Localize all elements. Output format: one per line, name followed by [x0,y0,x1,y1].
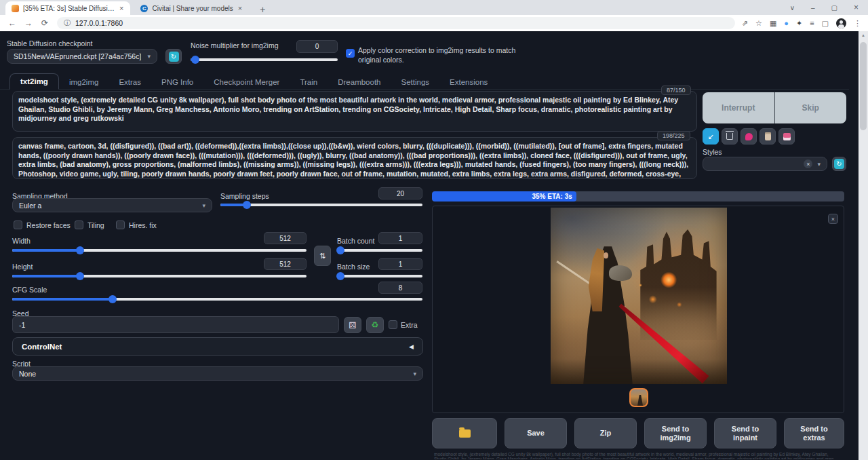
scroll-up-icon[interactable]: ▲ [859,31,868,37]
clear-prompt-button[interactable] [722,128,738,145]
tab-search-icon[interactable]: ∨ [790,4,795,12]
browser-tab-active[interactable]: [35% ETA: 3s] Stable Diffusion × [5,1,130,15]
save-button[interactable]: Save [505,418,567,448]
slider-track[interactable] [337,249,422,252]
site-info-icon[interactable]: ⓘ [64,18,71,28]
kebab-menu-icon[interactable]: ⋮ [854,19,861,28]
tab-extensions[interactable]: Extensions [439,75,498,90]
tab-png-info[interactable]: PNG Info [151,75,203,90]
tab-dreambooth[interactable]: Dreambooth [328,75,391,90]
height-value[interactable]: 512 [264,258,307,270]
sampling-method-dropdown[interactable]: Euler a ▾ [12,198,212,212]
negative-prompt-textarea[interactable]: canvas frame, cartoon, 3d, ((disfigured)… [12,137,697,179]
progress-bar: 35% ETA: 3s [432,191,844,202]
script-dropdown[interactable]: None ▾ [12,366,423,381]
slider-handle[interactable] [76,272,84,280]
sampling-steps-value[interactable]: 20 [378,187,422,199]
browser-tab-civitai[interactable]: C Civitai | Share your models × [134,1,249,15]
cfg-scale-slider[interactable] [12,295,422,303]
save-style-button[interactable] [778,128,795,145]
reuse-seed-button[interactable]: ♻ [366,317,384,333]
styles-dropdown[interactable]: × ▾ [703,157,827,171]
slider-handle[interactable] [243,201,251,209]
prompt-textarea[interactable]: modelshoot style, (extremely detailed CG… [12,91,697,132]
height-slider[interactable] [12,272,307,280]
back-icon[interactable]: ← [4,18,20,28]
extra-seed-label: Extra [401,321,418,329]
slider-handle[interactable] [108,295,117,303]
restore-button[interactable]: ▢ [831,4,837,12]
extra-networks-button[interactable] [741,128,757,145]
extension-grid-icon[interactable]: ▦ [770,19,776,28]
new-tab-button[interactable]: + [256,4,269,15]
gallery-thumbnail-selected[interactable] [629,388,648,407]
seed-input[interactable]: -1 [12,316,339,333]
window-close-button[interactable]: × [854,3,859,12]
noise-multiplier-value[interactable]: 0 [296,40,338,53]
controlnet-accordion[interactable]: ControlNet ◀ [12,337,423,356]
width-value[interactable]: 512 [264,232,307,244]
tab-close-icon[interactable]: × [119,4,124,12]
send-to-inpaint-button[interactable]: Send to inpaint [714,418,776,448]
reading-list-icon[interactable]: ≡ [810,19,814,27]
open-folder-button[interactable] [432,418,497,448]
slider-handle[interactable] [191,56,199,64]
interrupt-button[interactable]: Interrupt [703,92,774,123]
zip-button[interactable]: Zip [574,418,637,448]
random-seed-button[interactable]: ⚄ [344,317,361,333]
slider-handle[interactable] [336,272,344,280]
noise-multiplier-slider[interactable] [191,56,338,64]
forward-icon[interactable]: → [20,18,37,28]
swap-dimensions-button[interactable]: ⇅ [314,246,331,266]
extension-blue-icon[interactable]: ● [784,19,789,27]
send-to-img2img-button[interactable]: Send to img2img [644,418,707,448]
url-bar[interactable]: ⓘ 127.0.0.1:7860 [57,17,735,29]
tab-extras[interactable]: Extras [108,75,151,90]
send-to-extras-button[interactable]: Send to extras [784,418,844,448]
batch-count-slider[interactable] [337,246,422,254]
width-slider[interactable] [12,246,307,254]
generated-image-preview[interactable] [551,208,727,384]
reload-icon[interactable]: ⟳ [37,18,53,28]
paste-params-button[interactable]: ↙ [703,128,719,145]
clipboard-icon [765,132,771,140]
checkpoint-dropdown[interactable]: SD15NewVAEpruned.ckpt [27a4ac756c] ▾ [7,49,157,64]
extra-seed-checkbox[interactable] [389,320,397,329]
skip-button[interactable]: Skip [774,92,847,123]
side-panel-icon[interactable]: ▢ [822,19,829,28]
page-scrollbar[interactable]: ▲ [859,31,868,460]
bookmark-star-icon[interactable]: ☆ [755,19,762,28]
slider-track[interactable] [191,58,338,61]
extensions-puzzle-icon[interactable]: ✦ [796,19,802,28]
batch-size-value[interactable]: 1 [378,258,422,270]
profile-avatar[interactable] [836,18,846,28]
hires-fix-checkbox[interactable] [116,221,125,229]
clear-icon[interactable]: × [804,159,812,168]
tab-close-icon[interactable]: × [237,4,243,12]
checkpoint-refresh-button[interactable]: ↻ [165,49,182,64]
restore-faces-checkbox[interactable] [14,221,22,229]
slider-handle[interactable] [336,246,344,254]
cfg-scale-value[interactable]: 8 [378,282,422,294]
minimize-button[interactable]: – [811,4,815,12]
slider-handle[interactable] [76,246,84,254]
tab-img2img[interactable]: img2img [59,75,108,90]
browser-toolbar: ← → ⟳ ⓘ 127.0.0.1:7860 ⇗ ☆ ▦ ● ✦ ≡ ▢ ⋮ [0,15,868,31]
color-correction-checkbox[interactable]: ✓ [346,49,355,58]
close-preview-button[interactable]: × [828,214,838,224]
tab-train[interactable]: Train [290,75,328,90]
sampling-method-value: Euler a [19,202,41,210]
sampling-steps-slider[interactable] [220,201,422,209]
slider-track[interactable] [337,275,422,277]
tab-checkpoint-merger[interactable]: Checkpoint Merger [203,75,290,90]
tiling-checkbox[interactable] [75,221,83,229]
batch-size-slider[interactable] [337,272,422,280]
scrollbar-thumb[interactable] [860,42,867,130]
batch-count-value[interactable]: 1 [378,232,422,244]
share-icon[interactable]: ⇗ [742,19,748,28]
tab-settings[interactable]: Settings [391,75,440,90]
styles-label: Styles [703,148,722,156]
styles-refresh-button[interactable]: ↻ [832,157,846,171]
tab-txt2img[interactable]: txt2img [9,73,59,90]
apply-styles-button[interactable] [760,128,776,145]
